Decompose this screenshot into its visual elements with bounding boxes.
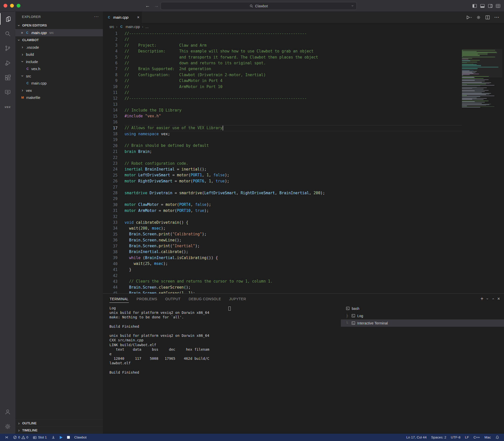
code-line-13[interactable] xyxy=(125,102,462,107)
settings-gear-icon[interactable] xyxy=(0,419,15,434)
tab-main-cpp[interactable]: C main.cpp × xyxy=(103,12,142,23)
tree-item-.vscode[interactable]: ›.vscode xyxy=(15,44,103,51)
line-number[interactable]: 25 xyxy=(103,173,117,178)
code-line-41[interactable]: } xyxy=(125,267,462,273)
line-number[interactable]: 8 xyxy=(103,72,117,78)
navigate-forward-icon[interactable]: → xyxy=(154,3,159,9)
line-number[interactable]: 17 xyxy=(103,125,117,131)
split-editor-icon[interactable] xyxy=(485,15,490,20)
breadcrumb-file[interactable]: main.cpp xyxy=(126,25,140,29)
close-tab-icon[interactable]: × xyxy=(137,15,139,20)
code-line-9[interactable]: // ClawMotor in Port 4 xyxy=(125,78,462,84)
code-line-28[interactable]: smartdrive Drivetrain = smartdrive(LeftD… xyxy=(125,190,462,196)
line-number[interactable]: 45 xyxy=(103,291,117,293)
new-terminal-icon[interactable]: + xyxy=(481,296,484,302)
line-number[interactable]: 37 xyxy=(103,243,117,249)
code-line-21[interactable]: brain Brain; xyxy=(125,149,462,155)
code-line-37[interactable]: Brain.Screen.print("Inertial"); xyxy=(125,243,462,249)
project-section-header[interactable]: › CLAWBOT xyxy=(15,36,103,44)
terminal-dropdown-icon[interactable]: › xyxy=(486,298,490,299)
line-number[interactable]: 11 xyxy=(103,90,117,96)
account-icon[interactable] xyxy=(0,404,15,419)
timeline-section-header[interactable]: › TIMELINE xyxy=(15,427,103,434)
code-line-40[interactable]: wait(25, msec); xyxy=(125,261,462,267)
code-line-27[interactable] xyxy=(125,184,462,190)
code-line-6[interactable]: // down and returns to its original spot… xyxy=(125,60,462,66)
terminal-list-item-log[interactable]: ├Log xyxy=(341,312,504,319)
code-line-35[interactable]: Brain.Screen.print("Calibrating"); xyxy=(125,231,462,237)
code-line-4[interactable]: // Description: This example will show h… xyxy=(125,48,462,54)
tree-item-build[interactable]: ›build xyxy=(15,51,103,58)
line-number[interactable]: 22 xyxy=(103,155,117,161)
line-number[interactable]: 43 xyxy=(103,279,117,285)
line-number[interactable]: 18 xyxy=(103,131,117,137)
problems-indicator[interactable]: 0 0 xyxy=(11,434,31,441)
command-center-search[interactable]: Clawbot › xyxy=(161,2,357,10)
line-number[interactable]: 5 xyxy=(103,54,117,60)
code-line-45[interactable]: Brain.Screen.setCursor(1, 1); xyxy=(125,290,462,293)
language-mode[interactable]: C++ xyxy=(471,435,482,439)
code-line-3[interactable]: // Project: Claw and Arm xyxy=(125,43,462,48)
cursor-position[interactable]: Ln 17, Col 44 xyxy=(404,435,429,439)
code-line-18[interactable]: using namespace vex; xyxy=(125,131,462,137)
navigate-back-icon[interactable]: ← xyxy=(145,3,150,9)
code-line-12[interactable]: //--------------------------------------… xyxy=(125,96,462,101)
code-line-44[interactable]: Brain.Screen.clearScreen(); xyxy=(125,285,462,290)
breadcrumb-symbol[interactable]: … xyxy=(145,25,149,29)
code-line-7[interactable]: // Brain Supported: 2nd generation xyxy=(125,66,462,72)
run-program-button[interactable] xyxy=(57,434,65,441)
line-number[interactable]: 3 xyxy=(103,43,117,48)
code-line-30[interactable]: motor ClawMotor = motor(PORT4, false); xyxy=(125,202,462,208)
code-line-42[interactable] xyxy=(125,273,462,279)
code-line-26[interactable]: motor RightDriveSmart = motor(PORT6, 1, … xyxy=(125,178,462,184)
customize-layout-icon[interactable] xyxy=(496,4,500,8)
line-number[interactable]: 13 xyxy=(103,102,117,107)
code-line-17[interactable]: // Allows for easier use of the VEX Libr… xyxy=(125,125,462,131)
line-number[interactable]: 10 xyxy=(103,84,117,90)
os-indicator[interactable]: Mac xyxy=(482,435,493,439)
line-number[interactable]: 23 xyxy=(103,161,117,167)
code-line-1[interactable]: //--------------------------------------… xyxy=(125,31,462,37)
slot-selector[interactable]: Slot 1 xyxy=(31,434,49,441)
line-number[interactable]: 44 xyxy=(103,285,117,290)
line-number[interactable]: 6 xyxy=(103,60,117,66)
line-number[interactable]: 9 xyxy=(103,78,117,84)
tree-item-main.cpp[interactable]: Cmain.cpp xyxy=(15,80,103,87)
line-number[interactable]: 29 xyxy=(103,196,117,202)
extensions-icon[interactable] xyxy=(0,70,15,85)
line-number[interactable]: 32 xyxy=(103,214,117,220)
line-number[interactable]: 31 xyxy=(103,208,117,214)
tree-item-makefile[interactable]: Mmakefile xyxy=(15,94,103,101)
code-line-36[interactable]: Brain.Screen.newLine(); xyxy=(125,237,462,243)
run-debug-icon[interactable] xyxy=(0,56,15,70)
code-line-8[interactable]: // Configuration: Clawbot (Drivetrain 2-… xyxy=(125,72,462,78)
code-line-19[interactable] xyxy=(125,137,462,143)
terminal-list-item-bash[interactable]: bash xyxy=(341,305,504,312)
line-number[interactable]: 36 xyxy=(103,237,117,243)
minimize-window-button[interactable] xyxy=(10,4,14,8)
code-editor[interactable]: 1234567891011121314151617181920212223242… xyxy=(103,30,504,293)
close-window-button[interactable] xyxy=(4,4,7,8)
remote-indicator[interactable] xyxy=(3,434,11,441)
code-line-38[interactable]: BrainInertial.calibrate(); xyxy=(125,249,462,255)
panel-tab-debug-console[interactable]: DEBUG CONSOLE xyxy=(188,294,221,304)
toggle-panel-icon[interactable] xyxy=(480,4,485,8)
code-line-39[interactable]: while (BrainInertial.isCalibrating()) { xyxy=(125,255,462,261)
panel-tab-output[interactable]: OUTPUT xyxy=(165,294,181,304)
line-number[interactable]: 14 xyxy=(103,107,117,113)
explorer-icon[interactable] xyxy=(0,12,15,26)
more-actions-icon[interactable]: ··· xyxy=(494,15,499,20)
line-number[interactable]: 27 xyxy=(103,184,117,190)
run-file-icon[interactable]: › xyxy=(466,15,472,20)
code-line-24[interactable]: inertial BrainInertial = inertial(); xyxy=(125,167,462,172)
notifications-button[interactable] xyxy=(493,435,501,439)
close-icon[interactable]: × xyxy=(21,31,23,35)
code-line-10[interactable]: // ArmMotor in Port 10 xyxy=(125,84,462,90)
open-editor-item-main-cpp[interactable]: × C main.cpp src xyxy=(15,29,103,36)
line-number[interactable]: 12 xyxy=(103,96,117,101)
panel-tab-terminal[interactable]: TERMINAL xyxy=(109,294,129,304)
line-number[interactable]: 1 xyxy=(103,31,117,37)
line-number[interactable]: 34 xyxy=(103,226,117,231)
project-name[interactable]: Clawbot xyxy=(72,434,89,441)
vex-extension-icon[interactable]: vex xyxy=(0,99,15,114)
